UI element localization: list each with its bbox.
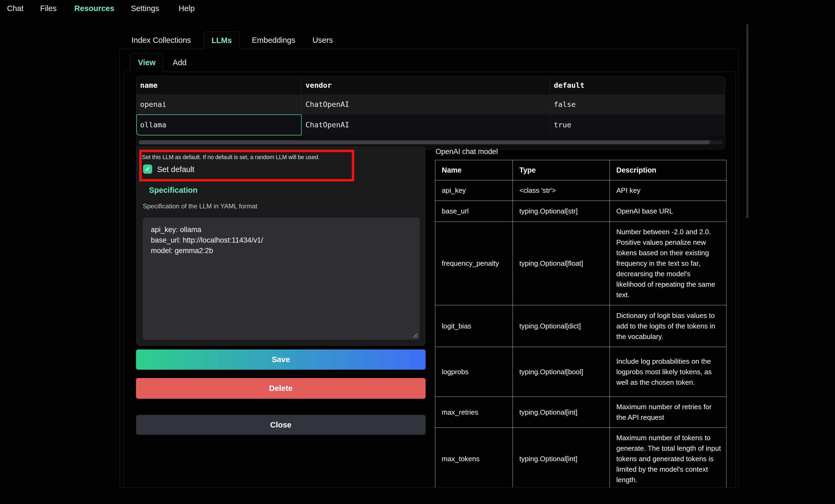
column-header-name: name	[136, 76, 158, 94]
param-type: typing.Optional[int]	[513, 428, 610, 488]
cell-name: ollama	[136, 114, 166, 135]
column-divider	[550, 76, 550, 135]
page-vertical-scrollbar-thumb[interactable]	[746, 24, 748, 218]
subtab-add[interactable]: Add	[172, 54, 187, 71]
nav-item-help[interactable]: Help	[179, 0, 195, 16]
column-header-vendor: vendor	[302, 76, 332, 94]
default-hint-text: Set this LLM as default. If no default i…	[142, 154, 320, 161]
param-description: Maximum number of tokens to generate. Th…	[610, 428, 727, 488]
table-row-openai[interactable]: openai ChatOpenAI false	[136, 94, 725, 114]
tab-llms[interactable]: LLMs	[204, 31, 240, 49]
table-horizontal-scrollbar-thumb[interactable]	[139, 140, 710, 144]
spec-subtitle: Specification of the LLM in YAML format	[143, 203, 257, 210]
yaml-spec-textarea[interactable]: api_key: ollama base_url: http://localho…	[143, 217, 420, 340]
column-header-type: Type	[513, 160, 610, 181]
cell-default: false	[550, 94, 576, 114]
spec-heading: Specification	[149, 186, 198, 195]
column-header-name: Name	[435, 160, 513, 181]
model-table-row: logit_bias typing.Optional[dict] Diction…	[435, 305, 727, 347]
checkmark-icon: ✓	[145, 166, 150, 173]
subtab-view[interactable]: View	[130, 53, 164, 72]
model-table-row: max_tokens typing.Optional[int] Maximum …	[435, 428, 727, 488]
model-table-row: api_key <class 'str'> API key	[435, 181, 727, 201]
param-description: OpenAI base URL	[610, 201, 727, 222]
param-type: typing.Optional[str]	[513, 201, 610, 222]
param-type: typing.Optional[int]	[513, 397, 610, 428]
param-name: logprobs	[435, 347, 513, 397]
param-description: Include log probabilities on the logprob…	[610, 347, 727, 397]
nav-item-chat[interactable]: Chat	[7, 0, 23, 16]
model-table-row: max_retries typing.Optional[int] Maximum…	[435, 397, 727, 428]
delete-button[interactable]: Delete	[136, 378, 426, 399]
param-description: API key	[610, 181, 727, 201]
column-header-description: Description	[610, 160, 727, 181]
tab-index-collections[interactable]: Index Collections	[131, 31, 191, 49]
table-horizontal-scrollbar[interactable]	[139, 140, 723, 144]
cell-name: openai	[136, 94, 166, 114]
llms-table-header-row: name vendor default	[136, 76, 725, 94]
model-info-table: Name Type Description api_key <class 'st…	[435, 160, 727, 487]
param-name: base_url	[435, 201, 513, 222]
param-name: api_key	[435, 181, 513, 201]
cell-default: true	[550, 114, 571, 135]
model-table-row: logprobs typing.Optional[bool] Include l…	[435, 347, 727, 397]
param-description: Number between -2.0 and 2.0. Positive va…	[610, 222, 727, 305]
set-default-label: Set default	[157, 165, 195, 174]
column-header-default: default	[550, 76, 585, 94]
param-description: Dictionary of logit bias values to add t…	[610, 305, 727, 347]
model-info-table-container: Name Type Description api_key <class 'st…	[435, 160, 727, 487]
param-description: Maximum number of retries for the API re…	[610, 397, 727, 428]
param-type: <class 'str'>	[513, 181, 610, 201]
param-name: max_tokens	[435, 428, 513, 488]
set-default-checkbox[interactable]: ✓	[143, 165, 152, 174]
nav-item-resources[interactable]: Resources	[74, 0, 114, 16]
cell-vendor: ChatOpenAI	[302, 94, 349, 114]
param-name: max_retries	[435, 397, 513, 428]
close-button[interactable]: Close	[136, 415, 426, 435]
nav-item-files[interactable]: Files	[40, 0, 57, 16]
param-name: frequency_penalty	[435, 222, 513, 305]
tab-users[interactable]: Users	[312, 31, 333, 49]
tab-embeddings[interactable]: Embeddings	[252, 31, 295, 49]
column-divider	[301, 76, 302, 135]
cell-vendor: ChatOpenAI	[302, 114, 349, 135]
nav-item-settings[interactable]: Settings	[131, 0, 159, 16]
table-row-ollama[interactable]: ollama ChatOpenAI true	[136, 114, 725, 135]
model-table-header-row: Name Type Description	[435, 160, 727, 181]
model-info-title: OpenAI chat model	[435, 148, 498, 156]
llms-table: name vendor default openai ChatOpenAI fa…	[136, 76, 725, 149]
resize-handle-icon[interactable]	[412, 332, 418, 338]
param-type: typing.Optional[dict]	[513, 305, 610, 347]
param-type: typing.Optional[float]	[513, 222, 610, 305]
model-table-row: base_url typing.Optional[str] OpenAI bas…	[435, 201, 727, 222]
param-type: typing.Optional[bool]	[513, 347, 610, 397]
app-window: Chat Files Resources Settings Help Index…	[0, 0, 835, 504]
model-table-row: frequency_penalty typing.Optional[float]…	[435, 222, 727, 305]
save-button[interactable]: Save	[136, 350, 426, 370]
param-name: logit_bias	[435, 305, 513, 347]
